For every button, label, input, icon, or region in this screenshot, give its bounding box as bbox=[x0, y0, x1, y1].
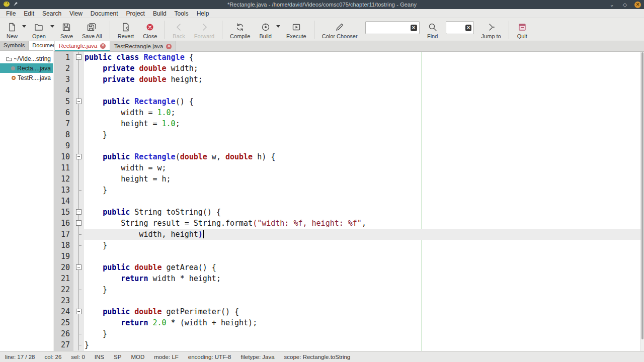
fold-marker[interactable] bbox=[73, 306, 84, 317]
close-window-icon[interactable]: ✕ bbox=[634, 2, 641, 8]
minimize-icon[interactable]: ⌄ bbox=[608, 1, 615, 8]
code-pane[interactable]: public class Rectangle { private double … bbox=[84, 52, 644, 351]
code-line[interactable]: } bbox=[84, 129, 644, 140]
folder-icon bbox=[6, 56, 12, 61]
color-chooser-button[interactable]: Color Chooser bbox=[317, 19, 362, 40]
menu-item-edit[interactable]: Edit bbox=[20, 10, 38, 18]
fold-collapse-icon[interactable] bbox=[76, 309, 82, 314]
code-editor[interactable]: 1234567891011121314151617181920212223242… bbox=[54, 52, 644, 351]
vertical-scrollbar[interactable] bbox=[640, 52, 644, 351]
fold-marker[interactable] bbox=[73, 151, 84, 162]
goto-line-input[interactable] bbox=[448, 22, 466, 34]
code-line[interactable]: } bbox=[84, 185, 644, 196]
code-line[interactable]: width = w; bbox=[84, 162, 644, 173]
search-input[interactable] bbox=[368, 22, 411, 34]
menu-item-file[interactable]: File bbox=[2, 10, 20, 18]
tab-close-icon[interactable]: ✕ bbox=[166, 44, 172, 49]
fold-collapse-icon[interactable] bbox=[76, 220, 82, 226]
document-list-item[interactable]: TestR....java bbox=[0, 73, 53, 82]
code-token: Rectangle bbox=[134, 152, 175, 161]
menu-item-help[interactable]: Help bbox=[193, 10, 213, 18]
jump-to-button[interactable]: Jump to bbox=[477, 19, 506, 40]
code-line[interactable]: return width * height; bbox=[84, 273, 644, 284]
code-line[interactable] bbox=[84, 140, 644, 151]
fold-marker[interactable] bbox=[73, 218, 84, 229]
fold-margin[interactable] bbox=[73, 52, 84, 351]
close-button[interactable]: Close bbox=[138, 19, 162, 40]
code-line[interactable]: String result = String.format("width: %f… bbox=[84, 218, 644, 229]
code-line[interactable]: public Rectangle(double w, double h) { bbox=[84, 151, 644, 162]
code-line[interactable]: return 2.0 * (width + height); bbox=[84, 317, 644, 328]
code-line[interactable]: } bbox=[84, 240, 644, 251]
code-token: private bbox=[103, 64, 134, 73]
code-token bbox=[85, 75, 103, 84]
status-item: line: 17 / 28 bbox=[5, 354, 35, 360]
fold-collapse-icon[interactable] bbox=[76, 209, 82, 215]
menu-item-tools[interactable]: Tools bbox=[171, 10, 193, 18]
code-line[interactable]: height = h; bbox=[84, 173, 644, 185]
document-list-item[interactable]: Recta....java bbox=[0, 63, 53, 73]
fold-marker[interactable] bbox=[73, 262, 84, 273]
code-line[interactable]: width, height) bbox=[84, 229, 644, 240]
revert-label: Revert bbox=[118, 33, 134, 39]
build-button[interactable]: Build bbox=[255, 19, 276, 40]
fold-collapse-icon[interactable] bbox=[76, 154, 82, 159]
scrollbar-thumb[interactable] bbox=[641, 52, 643, 339]
document-list-item[interactable]: ~/Vide...string bbox=[0, 54, 53, 63]
clear-entry-icon[interactable]: ✕ bbox=[411, 25, 417, 31]
revert-button[interactable]: Revert bbox=[113, 19, 138, 40]
code-line[interactable] bbox=[84, 295, 644, 306]
save-button[interactable]: Save bbox=[56, 19, 77, 40]
new-dropdown-icon[interactable] bbox=[22, 19, 28, 40]
code-line[interactable]: public String toString() { bbox=[84, 207, 644, 218]
editor-tab-testrectangle.java[interactable]: TestRectangle.java✕ bbox=[110, 41, 176, 51]
code-line[interactable]: } bbox=[84, 328, 644, 339]
menu-item-document[interactable]: Document bbox=[87, 10, 122, 18]
find-button[interactable]: Find bbox=[423, 19, 443, 40]
code-line[interactable] bbox=[84, 251, 644, 262]
sidebar-tab-symbols[interactable]: Symbols bbox=[0, 41, 29, 50]
new-button[interactable]: New bbox=[2, 19, 22, 40]
menu-item-project[interactable]: Project bbox=[122, 10, 149, 18]
fold-marker[interactable] bbox=[73, 52, 84, 63]
line-number: 3 bbox=[54, 74, 70, 85]
quit-button[interactable]: Quit bbox=[512, 19, 532, 40]
open-dropdown-icon[interactable] bbox=[50, 19, 56, 40]
search-entry[interactable]: ✕ bbox=[365, 21, 420, 34]
editor-tab-rectangle.java[interactable]: Rectangle.java✕ bbox=[55, 41, 110, 51]
code-line[interactable]: public double getPerimeter() { bbox=[84, 306, 644, 317]
code-line[interactable]: public Rectangle() { bbox=[84, 96, 644, 107]
code-token: Rectangle bbox=[143, 53, 184, 62]
code-line[interactable] bbox=[84, 85, 644, 96]
code-token: public bbox=[103, 152, 130, 161]
open-button[interactable]: Open bbox=[28, 19, 50, 40]
fold-collapse-icon[interactable] bbox=[76, 264, 82, 270]
clear-entry-icon[interactable]: ✕ bbox=[465, 25, 471, 31]
code-line[interactable]: height = 1.0; bbox=[84, 118, 644, 129]
save-all-button[interactable]: Save All bbox=[77, 19, 107, 40]
build-dropdown-icon[interactable] bbox=[276, 19, 282, 40]
maximize-icon[interactable]: ◇ bbox=[621, 1, 628, 8]
code-line[interactable]: } bbox=[84, 284, 644, 295]
code-line[interactable] bbox=[84, 196, 644, 207]
code-line[interactable]: public class Rectangle { bbox=[84, 52, 644, 63]
code-line[interactable]: width = 1.0; bbox=[84, 107, 644, 118]
fold-collapse-icon[interactable] bbox=[76, 99, 82, 104]
fold-marker[interactable] bbox=[73, 96, 84, 107]
goto-line-entry[interactable]: ✕ bbox=[446, 21, 474, 34]
fold-marker[interactable] bbox=[73, 207, 84, 218]
code-line[interactable]: public double getArea() { bbox=[84, 262, 644, 273]
fold-marker bbox=[73, 229, 84, 240]
compile-button[interactable]: Compile bbox=[225, 19, 255, 40]
menu-item-view[interactable]: View bbox=[65, 10, 87, 18]
menu-item-search[interactable]: Search bbox=[38, 10, 65, 18]
fold-collapse-icon[interactable] bbox=[76, 54, 82, 60]
code-line[interactable]: private double height; bbox=[84, 74, 644, 85]
tab-close-icon[interactable]: ✕ bbox=[100, 43, 106, 49]
code-line[interactable]: } bbox=[84, 339, 644, 350]
code-token: } bbox=[85, 340, 89, 349]
code-line[interactable]: private double width; bbox=[84, 63, 644, 74]
menu-item-build[interactable]: Build bbox=[149, 10, 171, 18]
execute-button[interactable]: Execute bbox=[282, 19, 311, 40]
code-token: height; bbox=[167, 75, 203, 84]
